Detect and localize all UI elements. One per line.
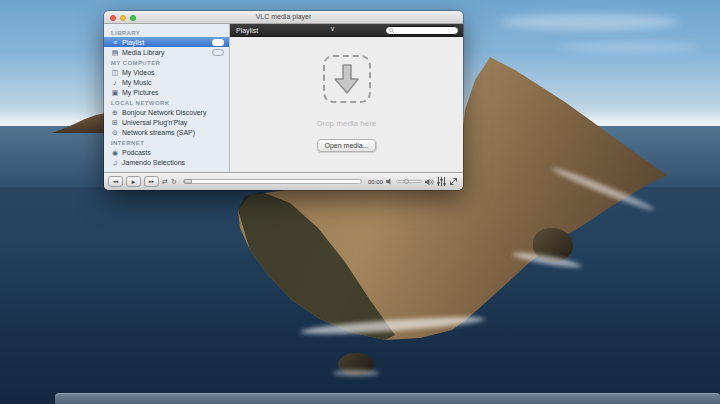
sidebar-item-my-pictures[interactable]: ▣ My Pictures — [104, 87, 229, 97]
sidebar-item-label: My Music — [122, 79, 152, 86]
sidebar-section-header: MY COMPUTER — [104, 57, 229, 67]
transport-controls: ◂◂ ▸ ▸▸ ⇄ ↻ 00:00 — [104, 172, 463, 190]
volume-slider[interactable] — [396, 180, 422, 183]
sidebar-item-label: Bonjour Network Discovery — [122, 109, 206, 116]
time-display: 00:00 — [368, 179, 383, 185]
play-button[interactable]: ▸ — [126, 176, 141, 187]
sidebar-section-header: LOCAL NETWORK — [104, 97, 229, 107]
playlist-icon: ≡ — [111, 39, 119, 46]
playlist-count-badge — [212, 39, 224, 46]
sidebar-item-podcasts[interactable]: ◉ Podcasts — [104, 147, 229, 157]
previous-button[interactable]: ◂◂ — [108, 176, 123, 187]
volume-high-icon — [425, 178, 434, 186]
vlc-window: VLC media player LIBRARY ≡ Playlist ▤ Me… — [104, 11, 463, 190]
sidebar-item-my-videos[interactable]: ◫ My Videos — [104, 67, 229, 77]
sidebar-item-label: Podcasts — [122, 149, 151, 156]
window-title: VLC media player — [104, 13, 463, 20]
sidebar-item-label: Universal Plug'n'Play — [122, 119, 187, 126]
seek-slider[interactable] — [183, 179, 362, 184]
background-window-strip[interactable] — [55, 393, 720, 404]
fullscreen-button[interactable] — [449, 177, 458, 186]
sidebar-item-playlist[interactable]: ≡ Playlist — [104, 37, 229, 47]
view-selector[interactable]: Playlist — [236, 27, 258, 34]
sidebar-section-header: LIBRARY — [104, 27, 229, 37]
bonjour-icon: ⊕ — [111, 109, 119, 116]
search-icon — [389, 28, 395, 34]
playlist-drop-area[interactable]: Drop media here Open media... — [230, 37, 463, 172]
sidebar-item-label: Jamendo Selections — [122, 159, 185, 166]
sidebar-item-network-streams[interactable]: ⊙ Network streams (SAP) — [104, 127, 229, 137]
sidebar-item-label: My Pictures — [122, 89, 159, 96]
music-note-icon: ♪ — [111, 79, 119, 86]
shuffle-button[interactable]: ⇄ — [162, 178, 168, 185]
repeat-button[interactable]: ↻ — [171, 178, 177, 185]
drop-media-message: Drop media here — [230, 119, 463, 128]
sidebar: LIBRARY ≡ Playlist ▤ Media Library MY CO… — [104, 24, 230, 172]
drop-target-box[interactable] — [323, 55, 371, 103]
jamendo-icon: ♫ — [111, 159, 119, 166]
surf-foam — [333, 370, 379, 376]
next-button[interactable]: ▸▸ — [144, 176, 159, 187]
sidebar-item-media-library[interactable]: ▤ Media Library — [104, 47, 229, 57]
view-toolbar: Playlist ∨ — [230, 24, 463, 37]
pictures-icon: ▣ — [111, 89, 119, 96]
upnp-icon: ⊞ — [111, 119, 119, 126]
desktop: VLC media player LIBRARY ≡ Playlist ▤ Me… — [0, 0, 720, 404]
open-media-button[interactable]: Open media... — [317, 139, 377, 152]
volume-slider-knob[interactable] — [404, 179, 409, 184]
cloud — [560, 42, 700, 52]
sidebar-item-label: Network streams (SAP) — [122, 129, 195, 136]
effects-button[interactable] — [437, 177, 446, 186]
search-field[interactable] — [385, 26, 459, 35]
network-stream-icon: ⊙ — [111, 129, 119, 136]
window-titlebar[interactable]: VLC media player — [104, 11, 463, 24]
cloud — [500, 14, 680, 30]
seek-slider-knob[interactable] — [184, 179, 192, 184]
sidebar-item-label: Media Library — [122, 49, 164, 56]
search-input[interactable] — [397, 28, 457, 34]
media-library-count-badge — [212, 49, 224, 56]
volume-low-icon — [386, 178, 393, 185]
sidebar-item-jamendo[interactable]: ♫ Jamendo Selections — [104, 157, 229, 167]
sidebar-item-bonjour[interactable]: ⊕ Bonjour Network Discovery — [104, 107, 229, 117]
arrow-down-icon — [334, 64, 360, 94]
chevron-down-icon[interactable]: ∨ — [330, 25, 335, 33]
media-library-icon: ▤ — [111, 49, 119, 56]
sidebar-item-my-music[interactable]: ♪ My Music — [104, 77, 229, 87]
podcast-icon: ◉ — [111, 149, 119, 156]
sidebar-section-header: INTERNET — [104, 137, 229, 147]
sidebar-item-label: Playlist — [122, 39, 144, 46]
sidebar-item-label: My Videos — [122, 69, 155, 76]
video-icon: ◫ — [111, 69, 119, 76]
sidebar-item-upnp[interactable]: ⊞ Universal Plug'n'Play — [104, 117, 229, 127]
